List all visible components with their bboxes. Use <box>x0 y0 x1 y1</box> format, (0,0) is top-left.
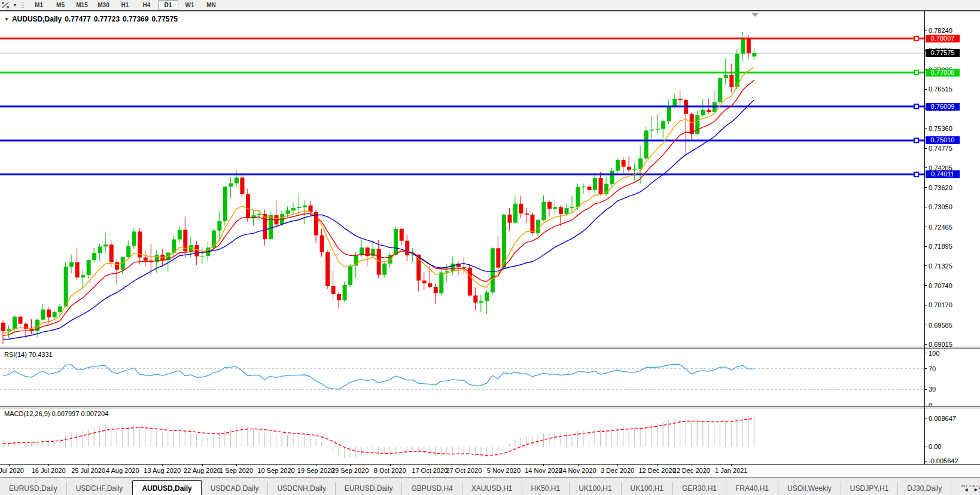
price-tick-label: 0.73050 <box>929 203 952 210</box>
chart-title: ▼ AUDUSD,Daily 0.77477 0.77723 0.77369 0… <box>4 15 178 23</box>
chart-tab-usdjpy-h1[interactable]: USDJPY,H1 <box>841 482 898 495</box>
price-chart-canvas[interactable] <box>0 11 924 347</box>
chart-tab-usdcnh-daily[interactable]: USDCNH,Daily <box>268 482 335 495</box>
hline-price-label: 0.78007 <box>926 35 960 42</box>
drawing-tool-caret-icon[interactable]: ▾ <box>11 2 19 8</box>
timeframe-button-m30[interactable]: M30 <box>93 0 114 10</box>
timeframe-button-mn[interactable]: MN <box>201 0 221 10</box>
date-tick-dash <box>430 465 430 466</box>
rsi-line <box>3 365 754 390</box>
date-tick-label: 1 Jan 2021 <box>715 467 747 474</box>
top-toolbar: ▾ M1M5M15M30H1H4D1W1MN <box>0 0 980 11</box>
date-tick-label: 16 Jul 2020 <box>32 467 66 474</box>
date-tick-dash <box>316 465 316 466</box>
horizontal-line[interactable] <box>0 36 924 41</box>
chart-tab-ger30-h1[interactable]: GER30,H1 <box>673 482 726 495</box>
timeframe-button-m1[interactable]: M1 <box>29 0 49 10</box>
date-tick-label: 13 Aug 2020 <box>144 467 181 474</box>
date-tick-label: 14 Nov 2020 <box>525 467 562 474</box>
timeframe-buttons: M1M5M15M30H1H4D1W1MN <box>28 0 222 10</box>
axis-divider-line <box>924 11 925 464</box>
price-tick-label: 0.78240 <box>929 27 952 34</box>
ohlc-open: 0.77477 <box>65 15 90 23</box>
chart-tab-usdchf-daily[interactable]: USDCHF,Daily <box>67 482 133 495</box>
rsi-chart-canvas[interactable] <box>0 350 924 406</box>
macd-chart-canvas[interactable] <box>0 408 924 464</box>
ohlc-high: 0.77723 <box>94 15 120 23</box>
chart-tab-dj30-daily[interactable]: DJ30,Daily <box>898 482 951 495</box>
price-tick-label: 0.76515 <box>929 85 952 93</box>
date-tick-label: 19 Sep 2020 <box>297 467 334 474</box>
line-handle[interactable] <box>914 172 918 176</box>
date-tick-dash <box>464 465 464 466</box>
date-tick-dash <box>504 465 504 466</box>
horizontal-line[interactable] <box>0 71 924 75</box>
date-tick-dash <box>276 465 276 466</box>
line-handle[interactable] <box>914 138 918 142</box>
macd-pane[interactable]: MACD(12,26,9) 0.007997 0.007204 0.008647… <box>0 408 980 464</box>
date-tick-dash <box>658 465 658 466</box>
rsi-label: RSI(14) 70.4331 <box>4 351 53 358</box>
chart-shift-marker-icon[interactable] <box>751 13 759 17</box>
horizontal-line[interactable] <box>0 105 924 109</box>
chart-tab-usoil-weekly[interactable]: USOil,Weekly <box>778 482 841 495</box>
chart-tab-usdcad-daily[interactable]: USDCAD,Daily <box>202 482 269 495</box>
candles-layer <box>1 32 756 344</box>
ohlc-close: 0.77575 <box>151 15 177 23</box>
toolbar-grip[interactable] <box>22 2 24 9</box>
rsi-pane[interactable]: RSI(14) 70.4331 10070300 <box>0 349 980 406</box>
timeframe-button-m5[interactable]: M5 <box>50 0 71 10</box>
date-tick-dash <box>543 465 544 466</box>
chart-tab-audusd-daily[interactable]: AUDUSD,Daily <box>132 480 201 495</box>
date-tick-label: 22 Aug 2020 <box>184 467 221 474</box>
title-collapse-icon[interactable]: ▼ <box>4 17 9 22</box>
timeframe-button-w1[interactable]: W1 <box>179 0 200 10</box>
date-tick-dash <box>692 465 692 466</box>
hline-price-label: 0.74011 <box>926 170 960 178</box>
date-tick-dash <box>390 465 391 466</box>
chart-tab-fra40-h1[interactable]: FRA40,H1 <box>726 482 778 495</box>
ma-line-mid <box>3 80 754 335</box>
hline-price-label: 0.75010 <box>926 136 960 144</box>
ohlc-low: 0.77369 <box>123 15 148 23</box>
date-tick-dash <box>731 465 732 466</box>
horizontal-line[interactable] <box>0 138 924 142</box>
timeframe-button-h1[interactable]: H1 <box>115 0 135 10</box>
date-tick-label: 27 Oct 2020 <box>446 467 482 474</box>
macd-axis: 0.0086470.00-0.005642 <box>924 408 980 464</box>
chart-tab-eurusd-daily[interactable]: EURUSD,Daily <box>0 482 67 495</box>
price-tick-label: 0.69585 <box>929 322 952 329</box>
line-handle[interactable] <box>914 105 918 109</box>
date-tick-label: 10 Sep 2020 <box>257 467 294 474</box>
ma-line-slow <box>3 100 754 339</box>
chart-tab-uk100-h1[interactable]: UK100,H1 <box>622 482 673 495</box>
price-pane[interactable]: ▼ AUDUSD,Daily 0.77477 0.77723 0.77369 0… <box>0 11 980 347</box>
price-tick-label: 0.75360 <box>929 125 952 132</box>
horizontal-line[interactable] <box>0 172 924 176</box>
price-tick-label: 0.70740 <box>929 282 952 289</box>
chart-tab-xauusd-h1[interactable]: XAUUSD,H1 <box>462 482 522 495</box>
date-tick-label: 29 Sep 2020 <box>331 467 369 474</box>
date-tick-dash <box>578 465 579 466</box>
price-tick-label: 0.71895 <box>929 243 952 250</box>
drawing-tool-icon[interactable] <box>0 1 11 10</box>
tab-scroll-left-icon[interactable]: ◄ <box>963 487 969 493</box>
timeframe-button-d1[interactable]: D1 <box>158 0 178 10</box>
timeframe-button-h4[interactable]: H4 <box>136 0 157 10</box>
chart-tab-gbpusd-h4[interactable]: GBPUSD,H4 <box>402 482 462 495</box>
line-handle[interactable] <box>914 36 918 41</box>
chart-tab-eurusd-daily[interactable]: EURUSD,Daily <box>336 482 403 495</box>
price-tick-label: 0.73620 <box>929 184 952 191</box>
line-handle[interactable] <box>914 71 918 75</box>
chart-tab-hk50-h1[interactable]: HK50,H1 <box>522 482 570 495</box>
date-tick-label: 17 Oct 2020 <box>412 467 448 474</box>
timeframe-button-m15[interactable]: M15 <box>72 0 92 10</box>
chart-tab-bar: EURUSD,DailyUSDCHF,DailyAUDUSD,DailyUSDC… <box>0 477 980 495</box>
chart-tab-uk100-h1[interactable]: UK100,H1 <box>570 482 621 495</box>
price-tick-label: 0.71325 <box>929 262 952 270</box>
rsi-tick-label: 70 <box>929 365 936 372</box>
date-tick-dash <box>9 465 10 466</box>
price-axis: 0.782400.776550.770850.765150.759450.753… <box>924 11 980 347</box>
tab-strip: EURUSD,DailyUSDCHF,DailyAUDUSD,DailyUSDC… <box>0 480 980 495</box>
tab-scroll-right-icon[interactable]: ► <box>973 487 979 493</box>
